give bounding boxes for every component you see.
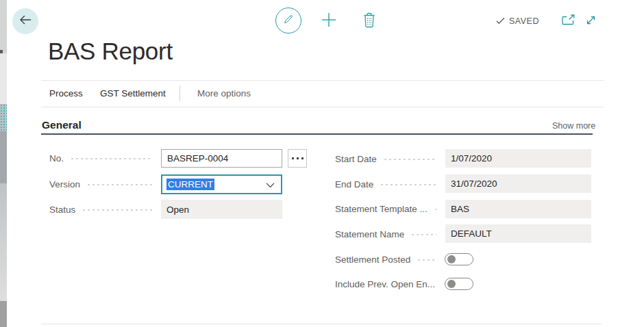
field-row-include-prev-open: Include Prev. Open En...	[335, 275, 441, 293]
field-label-start-date: Start Date	[335, 154, 377, 164]
status-value: Open	[166, 205, 189, 215]
bas-report-card-page: SAVED BAS Report Process GST Settlement …	[0, 0, 644, 327]
menu-more-options[interactable]: More options	[197, 88, 251, 99]
selected-text: CURRENT	[166, 179, 214, 190]
status-field: Open	[161, 200, 282, 219]
field-row-start-date: Start Date	[335, 150, 441, 168]
saved-indicator: SAVED	[496, 15, 539, 27]
dotted-leader	[410, 225, 436, 244]
settlement-posted-toggle[interactable]	[445, 253, 473, 265]
popout-icon	[562, 14, 575, 28]
menu-divider	[179, 86, 180, 101]
dotted-leader	[380, 175, 436, 194]
dotted-leader	[82, 200, 153, 219]
field-label-include-prev-open: Include Prev. Open En...	[335, 279, 435, 289]
divider-under-title	[41, 80, 604, 81]
check-icon	[496, 15, 505, 27]
field-label-version: Version	[49, 179, 80, 189]
assist-edit-button[interactable]	[288, 149, 307, 168]
delete-button[interactable]	[362, 12, 377, 30]
section-bottom-divider	[41, 324, 602, 324]
dotted-leader	[70, 149, 153, 168]
start-date-field: 1/07/2020	[445, 149, 591, 168]
page-title: BAS Report	[48, 38, 173, 65]
menu-item-gst-settlement[interactable]: GST Settlement	[100, 88, 166, 99]
chevron-down-icon[interactable]	[266, 179, 275, 189]
dotted-leader	[434, 200, 436, 218]
section-underline	[41, 133, 593, 135]
field-row-no: No.	[49, 149, 157, 168]
expand-button[interactable]	[583, 14, 598, 29]
add-button[interactable]	[319, 12, 338, 31]
field-label-statement-name: Statement Name	[335, 229, 404, 239]
dotted-leader	[383, 150, 436, 168]
field-row-status: Status	[49, 200, 157, 219]
statement-template-field: BAS	[445, 200, 591, 218]
end-date-value: 31/07/2020	[451, 179, 497, 189]
statement-name-value: DEFAULT	[451, 228, 492, 239]
pencil-icon	[282, 12, 295, 29]
back-button[interactable]	[12, 8, 38, 34]
background-page-sliver	[0, 0, 7, 327]
field-row-version: Version	[49, 175, 157, 194]
field-row-settlement-posted: Settlement Posted	[335, 250, 441, 269]
menu-item-process[interactable]: Process	[49, 88, 83, 99]
statement-name-field: DEFAULT	[445, 224, 591, 243]
show-more-link[interactable]: Show more	[552, 121, 595, 131]
edit-button[interactable]	[275, 8, 301, 34]
field-label-status: Status	[49, 205, 75, 215]
end-date-field: 31/07/2020	[445, 174, 591, 193]
dotted-leader	[417, 250, 436, 269]
divider-under-menu	[41, 107, 604, 107]
no-value: BASREP-0004	[167, 153, 228, 164]
back-arrow-icon	[18, 14, 32, 28]
field-label-no: No.	[49, 153, 64, 164]
open-in-new-window-button[interactable]	[560, 14, 575, 28]
plus-icon	[320, 11, 338, 31]
dotted-leader	[86, 175, 153, 194]
field-label-settlement-posted: Settlement Posted	[335, 254, 410, 265]
section-title-general[interactable]: General	[42, 119, 82, 131]
field-row-end-date: End Date	[335, 175, 441, 194]
field-row-statement-name: Statement Name	[335, 225, 441, 244]
start-date-value: 1/07/2020	[451, 153, 492, 164]
saved-label: SAVED	[509, 16, 539, 26]
include-prev-open-toggle[interactable]	[445, 278, 473, 290]
statement-template-value: BAS	[451, 204, 469, 214]
no-input[interactable]: BASREP-0004	[161, 149, 282, 168]
field-row-statement-template: Statement Template ...	[335, 200, 441, 218]
field-label-statement-template: Statement Template ...	[335, 204, 428, 214]
version-combobox[interactable]: CURRENT	[161, 174, 282, 194]
toggle-knob	[447, 280, 456, 288]
toggle-knob	[447, 255, 456, 263]
expand-fullscreen-icon	[584, 14, 597, 29]
field-label-end-date: End Date	[335, 179, 373, 189]
trash-icon	[363, 12, 375, 31]
ellipsis-icon	[292, 157, 294, 159]
